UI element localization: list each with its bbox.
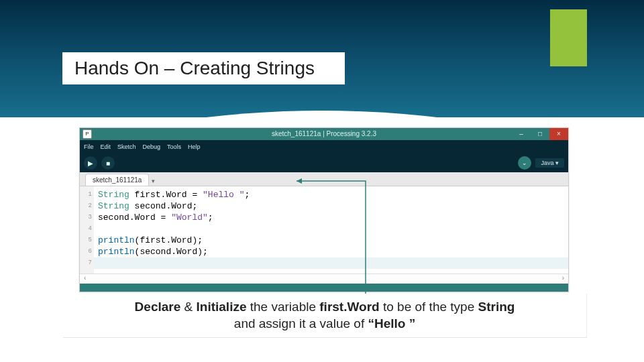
maximize-button[interactable]: □ <box>531 128 549 140</box>
line-number: 3 <box>80 212 92 223</box>
code-line: String second.Word; <box>98 200 564 212</box>
menu-bar: File Edit Sketch Debug Tools Help <box>80 140 568 154</box>
menu-sketch[interactable]: Sketch <box>117 143 136 150</box>
sketch-tab[interactable]: sketch_161121a <box>85 174 149 186</box>
app-icon: P <box>83 129 92 139</box>
line-number: 6 <box>80 246 92 257</box>
window-title-text: sketch_161121a | Processing 3.2.3 <box>272 130 376 137</box>
code-line: String first.Word = "Hello "; <box>98 189 564 200</box>
cursor-highlight <box>94 257 568 269</box>
accent-block <box>550 9 587 66</box>
toolbar: ▶ ■ ⌄ Java ▾ <box>80 154 568 172</box>
line-number: 2 <box>80 200 92 212</box>
menu-help[interactable]: Help <box>188 143 201 150</box>
caption-word: “Hello ” <box>368 316 415 330</box>
scroll-left-icon[interactable]: ‹ <box>84 274 86 284</box>
code-line: println(second.Word); <box>98 246 564 257</box>
menu-debug[interactable]: Debug <box>143 143 161 150</box>
menu-file[interactable]: File <box>84 143 94 150</box>
slide-title: Hands On – Creating Strings <box>62 52 345 84</box>
caption-word: first.Word <box>319 300 379 314</box>
close-button[interactable]: × <box>549 128 568 140</box>
window-control-buttons: – □ × <box>512 128 568 140</box>
caption-word: Initialize <box>197 300 247 314</box>
code-line: println(first.Word); <box>98 235 564 246</box>
code-line: second.Word = "World"; <box>98 212 564 223</box>
mode-selector[interactable]: Java ▾ <box>535 158 564 168</box>
minimize-button[interactable]: – <box>512 128 531 140</box>
scroll-right-icon[interactable]: › <box>562 274 564 284</box>
processing-ide-window: P sketch_161121a | Processing 3.2.3 – □ … <box>79 127 569 292</box>
window-titlebar: P sketch_161121a | Processing 3.2.3 – □ … <box>80 128 568 140</box>
line-gutter: 1 2 3 4 5 6 7 <box>80 186 94 274</box>
ide-status-bar <box>80 284 568 292</box>
scroll-strip: ‹ › <box>80 274 568 284</box>
line-number: 7 <box>80 257 92 269</box>
line-number: 5 <box>80 235 92 246</box>
menu-edit[interactable]: Edit <box>101 143 111 150</box>
caption-word: String <box>478 300 515 314</box>
debug-button[interactable]: ⌄ <box>518 156 531 170</box>
code-line <box>98 223 564 235</box>
caption-word: Declare <box>135 300 181 314</box>
line-number: 1 <box>80 189 92 200</box>
code-editor[interactable]: String first.Word = "Hello "; String sec… <box>94 186 568 274</box>
tab-strip: sketch_161121a ▾ <box>80 172 568 186</box>
menu-tools[interactable]: Tools <box>167 143 181 150</box>
line-number: 4 <box>80 223 92 235</box>
code-area: 1 2 3 4 5 6 7 String first.Word = "Hello… <box>80 186 568 274</box>
caption-box: Declare & Initialize the variable first.… <box>63 294 587 338</box>
stop-button[interactable]: ■ <box>101 156 115 170</box>
tab-dropdown-icon[interactable]: ▾ <box>149 176 158 186</box>
run-button[interactable]: ▶ <box>84 156 97 170</box>
